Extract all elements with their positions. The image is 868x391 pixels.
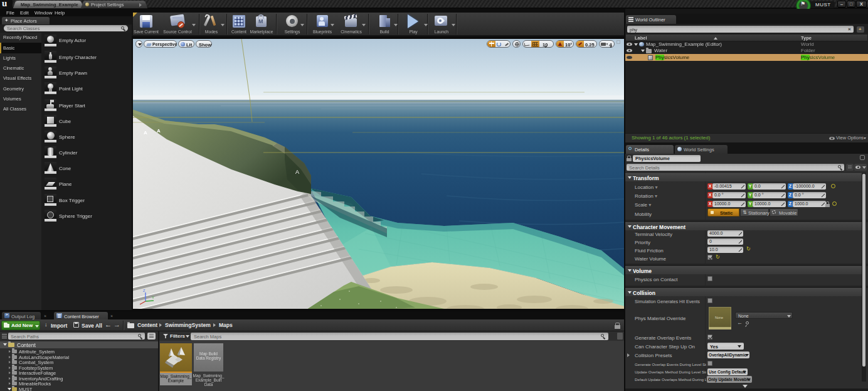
svg-text:A: A <box>295 169 299 175</box>
svg-text:A: A <box>157 128 161 134</box>
svg-text:Y: Y <box>152 296 154 299</box>
svg-text:A: A <box>144 130 147 136</box>
svg-text:Z: Z <box>143 289 146 292</box>
